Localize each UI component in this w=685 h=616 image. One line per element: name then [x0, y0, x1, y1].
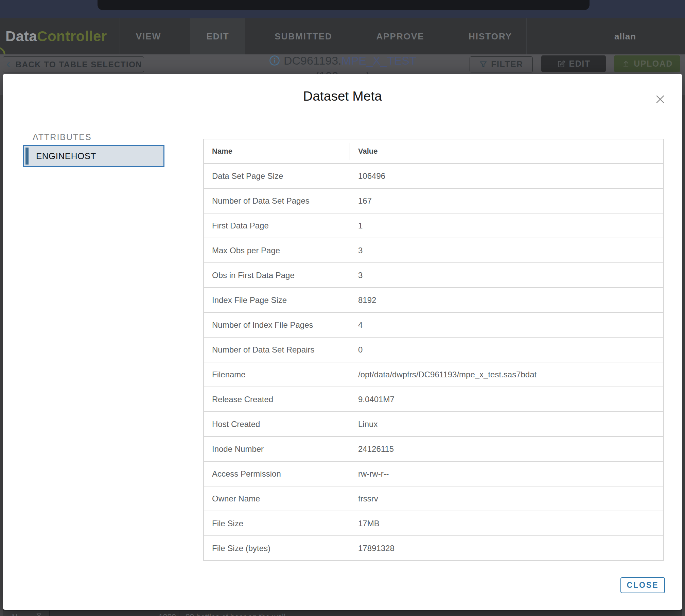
meta-name-cell: Index File Page Size	[204, 288, 350, 312]
attributes-heading: ATTRIBUTES	[33, 132, 92, 142]
meta-value-cell: 3	[350, 238, 663, 262]
nav-item-history[interactable]: HISTORY	[469, 18, 512, 54]
column-divider	[179, 611, 179, 616]
pencil-square-icon	[557, 59, 566, 68]
background-table-no-column-header: No	[3, 611, 49, 616]
meta-name-cell: File Size (bytes)	[204, 536, 350, 560]
meta-name-cell: File Size	[204, 511, 350, 535]
meta-value-cell: 17MB	[350, 511, 663, 535]
edit-button-label: EDIT	[569, 59, 591, 69]
filter-button-label: FILTER	[491, 59, 523, 69]
attribute-item-enginehost[interactable]: ENGINEHOST	[23, 145, 164, 167]
logo-text-primary: Data	[5, 28, 37, 45]
info-circle-icon[interactable]	[269, 55, 280, 66]
nav-item-edit[interactable]: EDIT	[190, 18, 245, 54]
dataset-table-name: MPE_X_TEST	[341, 54, 416, 67]
meta-value-cell: Linux	[350, 412, 663, 436]
table-row: Max Obs per Page 3	[204, 238, 663, 262]
meta-name-cell: Number of Index File Pages	[204, 313, 350, 337]
logo-text-secondary: Controller	[37, 28, 107, 45]
meta-table-header-row: Name Value	[204, 139, 663, 163]
app-window: DataController VIEW EDIT SUBMITTED APPRO…	[0, 0, 685, 616]
nav-item-submitted[interactable]: SUBMITTED	[275, 18, 332, 54]
column-header-name: Name	[204, 139, 350, 163]
table-row: Inode Number 24126115	[204, 436, 663, 461]
meta-value-cell: 9.0401M7	[350, 387, 663, 411]
window-title-bar	[0, 0, 685, 18]
meta-value-cell: /opt/data/dwpfrs/DC961193/mpe_x_test.sas…	[350, 362, 663, 387]
upload-arrow-icon	[621, 59, 630, 68]
funnel-icon	[479, 60, 488, 69]
table-row: Index File Page Size 8192	[204, 287, 663, 312]
meta-value-cell: 106496	[350, 164, 663, 188]
meta-value-cell: 24126115	[350, 437, 663, 461]
user-menu[interactable]: allan	[614, 18, 636, 54]
dataset-library-name: DC961193.	[284, 54, 341, 67]
close-icon[interactable]	[654, 93, 666, 105]
modal-title: Dataset Meta	[3, 89, 682, 104]
meta-name-cell: Access Permission	[204, 462, 350, 486]
nav-item-view[interactable]: VIEW	[136, 18, 161, 54]
meta-value-cell: 3	[350, 263, 663, 287]
meta-name-cell: Inode Number	[204, 437, 350, 461]
meta-name-cell: Release Created	[204, 387, 350, 411]
nav-divider	[526, 18, 527, 54]
meta-value-cell: 4	[350, 313, 663, 337]
background-row-text: 99 bottles of beer on the wall	[186, 613, 285, 616]
table-row: Data Set Page Size 106496	[204, 163, 663, 188]
selection-accent-bar	[25, 148, 29, 165]
upload-button[interactable]: UPLOAD	[614, 55, 680, 72]
meta-name-cell: Number of Data Set Pages	[204, 189, 350, 213]
close-button[interactable]: CLOSE	[620, 577, 665, 593]
column-header-value: Value	[350, 139, 663, 163]
table-row: Number of Data Set Repairs 0	[204, 337, 663, 362]
table-row: Obs in First Data Page 3	[204, 262, 663, 287]
table-row: Number of Data Set Pages 167	[204, 188, 663, 213]
table-row: File Size (bytes) 17891328	[204, 535, 663, 560]
edit-button[interactable]: EDIT	[541, 55, 606, 72]
app-logo[interactable]: DataController	[5, 18, 107, 54]
meta-name-cell: Filename	[204, 362, 350, 387]
table-row: File Size 17MB	[204, 511, 663, 535]
table-row: Number of Index File Pages 4	[204, 312, 663, 337]
window-tab-shape	[98, 0, 590, 10]
meta-value-cell: rw-rw-r--	[350, 462, 663, 486]
chevron-left-icon	[5, 60, 12, 69]
meta-name-cell: Obs in First Data Page	[204, 263, 350, 287]
meta-name-cell: Number of Data Set Repairs	[204, 338, 350, 362]
upload-button-label: UPLOAD	[634, 59, 673, 69]
back-button-label: BACK TO TABLE SELECTION	[16, 60, 142, 69]
dataset-meta-modal: Dataset Meta ATTRIBUTES ENGINEHOST Name …	[3, 74, 682, 610]
meta-table-body: Data Set Page Size 106496 Number of Data…	[204, 163, 663, 560]
no-column-label: No	[12, 613, 22, 616]
meta-name-cell: Owner Name	[204, 486, 350, 511]
nav-divider	[562, 18, 562, 54]
attribute-item-label: ENGINEHOST	[36, 146, 96, 166]
meta-value-cell: 1	[350, 213, 663, 238]
meta-value-cell: 8192	[350, 288, 663, 312]
main-nav: DataController VIEW EDIT SUBMITTED APPRO…	[0, 18, 685, 54]
table-row: Release Created 9.0401M7	[204, 387, 663, 411]
table-row: Filename /opt/data/dwpfrs/DC961193/mpe_x…	[204, 362, 663, 387]
meta-value-cell: frssrv	[350, 486, 663, 511]
background-table-header-row: No 1000 99 bottles of beer on the wall	[3, 610, 682, 616]
table-row: Host Created Linux	[204, 411, 663, 436]
funnel-icon	[36, 613, 42, 616]
meta-value-cell: 167	[350, 189, 663, 213]
meta-name-cell: First Data Page	[204, 213, 350, 238]
background-row-number: 1000	[159, 613, 176, 616]
nav-item-approve[interactable]: APPROVE	[376, 18, 424, 54]
meta-name-cell: Host Created	[204, 412, 350, 436]
table-row: First Data Page 1	[204, 213, 663, 238]
meta-value-cell: 17891328	[350, 536, 663, 560]
table-row: Access Permission rw-rw-r--	[204, 461, 663, 486]
meta-table: Name Value Data Set Page Size 106496 Num…	[203, 139, 664, 561]
table-row: Owner Name frssrv	[204, 486, 663, 511]
meta-name-cell: Max Obs per Page	[204, 238, 350, 262]
nav-divider	[120, 18, 120, 54]
back-to-table-selection-button[interactable]: BACK TO TABLE SELECTION	[3, 56, 144, 72]
meta-value-cell: 0	[350, 338, 663, 362]
filter-button[interactable]: FILTER	[470, 56, 533, 72]
meta-name-cell: Data Set Page Size	[204, 164, 350, 188]
column-divider	[49, 611, 50, 616]
